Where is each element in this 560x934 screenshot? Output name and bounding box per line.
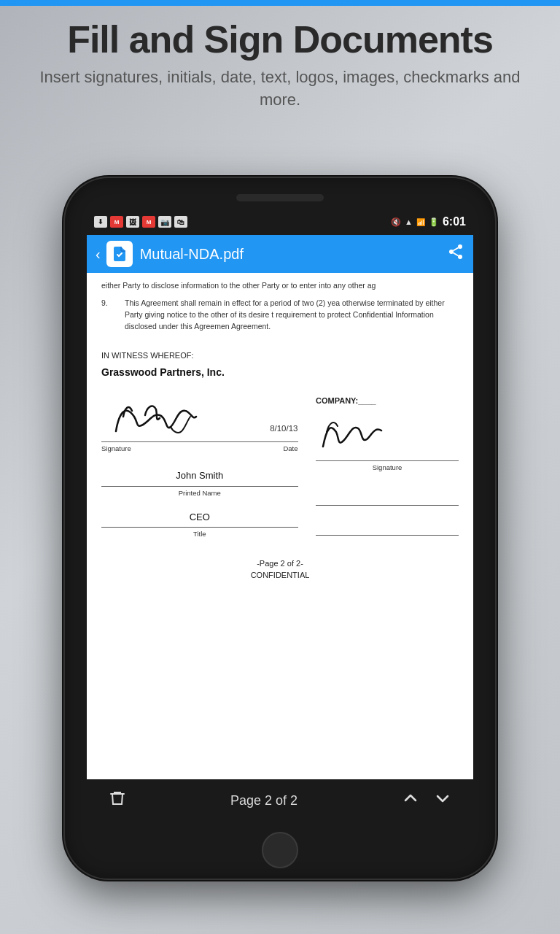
witness-label: IN WITNESS WHEREOF: — [101, 350, 459, 362]
image-icon: 🖼 — [126, 216, 139, 228]
sig-label: Signature — [101, 444, 131, 454]
phone-screen: ⬇ M 🖼 M 📷 🛍 🔇 ▲ 📶 🔋 6 — [87, 209, 473, 822]
page-footer-line1: -Page 2 of 2- — [101, 557, 459, 570]
svg-point-0 — [458, 244, 462, 249]
phone-bottom — [262, 822, 298, 879]
printed-name-block: John Smith Printed Name — [101, 468, 298, 498]
status-time: 6:01 — [443, 215, 466, 228]
gmail2-icon: M — [142, 216, 155, 228]
lance-signature — [316, 410, 403, 454]
title-val: CEO — [101, 510, 298, 525]
top-stripe — [0, 0, 560, 6]
battery-icon: 🔋 — [429, 217, 439, 227]
next-page-button[interactable] — [434, 790, 451, 811]
right-name-block — [316, 487, 459, 506]
status-icons-right: 🔇 ▲ 📶 🔋 6:01 — [391, 215, 466, 228]
gmail-icon: M — [110, 216, 123, 228]
svg-point-1 — [449, 250, 454, 254]
right-name-line — [316, 505, 459, 506]
left-sig-column: 8/10/13 Signature Date John Smith Printe… — [101, 395, 298, 540]
date-label: Date — [283, 444, 298, 454]
document-content: either Party to disclose information to … — [87, 273, 473, 779]
title-line — [101, 527, 298, 528]
printed-name-label: Printed Name — [101, 488, 298, 498]
wifi-icon: ▲ — [405, 217, 413, 226]
trash-button[interactable] — [109, 790, 126, 811]
sig-date-wrapper: 8/10/13 — [101, 395, 298, 439]
prev-page-button[interactable] — [402, 790, 419, 811]
camera-icon: 📷 — [158, 216, 171, 228]
download-icon: ⬇ — [94, 216, 107, 228]
bag-icon: 🛍 — [174, 216, 187, 228]
witness-company: Grasswood Partners, Inc. — [101, 365, 459, 380]
name-line — [101, 486, 298, 487]
svg-point-2 — [458, 255, 462, 259]
signal-icon: 📶 — [416, 218, 425, 226]
svg-line-3 — [454, 253, 459, 256]
right-title-block — [316, 517, 459, 536]
page-footer: -Page 2 of 2- CONFIDENTIAL — [101, 557, 459, 582]
promo-title: Fill and Sign Documents — [29, 19, 531, 61]
app-icon — [106, 241, 133, 267]
right-sig-line — [316, 460, 459, 461]
john-smith-signature — [101, 395, 225, 439]
back-button[interactable]: ‹ — [96, 246, 101, 263]
doc-text-top: either Party to disclose information to … — [101, 280, 459, 292]
bottom-nav — [402, 790, 451, 811]
phone-speaker — [236, 194, 324, 201]
signatures-area: 8/10/13 Signature Date John Smith Printe… — [101, 395, 459, 540]
svg-line-4 — [454, 248, 459, 251]
page-info: Page 2 of 2 — [230, 793, 298, 808]
home-button[interactable] — [262, 832, 298, 868]
right-title-line — [316, 535, 459, 536]
title-block: CEO Title — [101, 510, 298, 540]
witness-section: IN WITNESS WHEREOF: Grasswood Partners, … — [101, 350, 459, 380]
phone-device: ⬇ M 🖼 M 📷 🛍 🔇 ▲ 📶 🔋 6 — [65, 178, 495, 879]
share-button[interactable] — [447, 243, 464, 265]
phone-wrapper: ⬇ M 🖼 M 📷 🛍 🔇 ▲ 📶 🔋 6 — [0, 123, 560, 934]
right-sig-column: COMPANY:____ Signature — [316, 395, 459, 536]
right-sig-label: Signature — [316, 463, 459, 473]
promo-header: Fill and Sign Documents Insert signature… — [0, 6, 560, 123]
toolbar-title: Mutual-NDA.pdf — [140, 246, 447, 263]
printed-name-val: John Smith — [101, 468, 298, 483]
mute-icon: 🔇 — [391, 217, 401, 227]
bottom-bar: Page 2 of 2 — [87, 779, 473, 822]
doc-section-9: 9. This Agreement shall remain in effect… — [101, 298, 459, 332]
page-footer-line2: CONFIDENTIAL — [101, 569, 459, 582]
title-label: Title — [101, 529, 298, 539]
app-toolbar: ‹ Mutual-NDA.pdf — [87, 235, 473, 273]
status-icons-left: ⬇ M 🖼 M 📷 🛍 — [94, 216, 187, 228]
company-right-label: COMPANY:____ — [316, 395, 459, 407]
promo-subtitle: Insert signatures, initials, date, text,… — [29, 66, 531, 112]
date-value: 8/10/13 — [270, 422, 298, 439]
status-bar: ⬇ M 🖼 M 📷 🛍 🔇 ▲ 📶 🔋 6 — [87, 209, 473, 235]
